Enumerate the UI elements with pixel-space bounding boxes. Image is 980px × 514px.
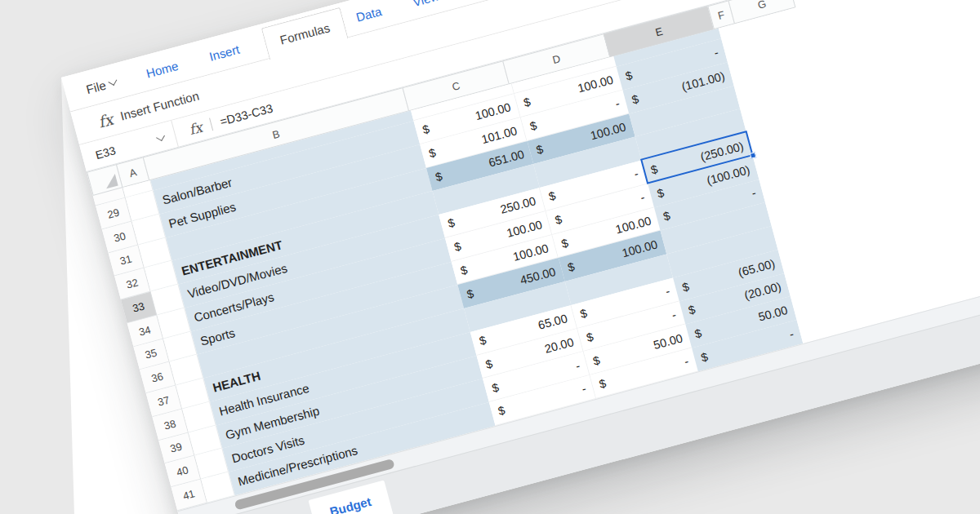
currency-symbol: $ [591,353,601,368]
cell-value: 65.00 [537,312,568,332]
select-all-triangle-icon [103,174,118,188]
cell-value: 100.00 [506,218,544,240]
currency-symbol: $ [598,377,608,392]
cell-value: 450.00 [519,265,557,287]
cell-value: (65.00) [737,257,777,279]
cell-value: 100.00 [511,241,550,264]
chevron-down-icon[interactable] [156,132,165,141]
currency-symbol: $ [421,122,431,137]
spreadsheet-window: File HomeInsertFormulasDataView fx Inser… [61,0,980,514]
hero-image: File HomeInsertFormulasDataView fx Inser… [0,0,980,514]
function-fx-icon: fx [96,109,115,131]
currency-symbol: $ [459,264,469,278]
cell-value: - [713,46,720,60]
cell-value: 100.00 [614,214,653,236]
currency-symbol: $ [497,404,506,419]
cell-value: 100.00 [474,101,512,123]
cell-value: 50.00 [757,304,789,324]
chevron-down-icon [109,77,118,86]
cell-value: - [664,284,671,298]
currency-symbol: $ [656,186,666,201]
cell-value: - [614,97,621,111]
name-box-value: E33 [94,144,117,162]
cell-value: 100.00 [577,73,615,95]
currency-symbol: $ [428,146,438,161]
cell-value: - [751,186,758,200]
currency-symbol: $ [491,380,501,395]
cell-value: (20.00) [743,280,783,302]
currency-symbol: $ [535,143,545,157]
cell-value: - [683,355,690,369]
cell-value: 50.00 [652,331,684,352]
currency-symbol: $ [522,95,532,110]
cell-value: - [639,191,646,205]
currency-symbol: $ [528,119,538,134]
currency-symbol: $ [700,350,710,365]
cell-value: 100.00 [621,237,659,259]
currency-symbol: $ [585,330,595,344]
currency-symbol: $ [662,210,671,224]
cell-value: 100.00 [589,121,627,143]
currency-symbol: $ [466,287,475,302]
file-menu-label: File [85,78,108,96]
currency-symbol: $ [478,334,488,348]
currency-symbol: $ [447,216,457,231]
currency-symbol: $ [681,280,691,295]
cell-value: - [633,167,640,181]
cell-value: 20.00 [543,335,575,356]
sheet-tab-label: Budget [328,494,377,514]
currency-symbol: $ [687,303,697,317]
currency-symbol: $ [547,189,557,204]
cell-value: 101.00 [480,124,519,146]
cell-value: - [670,308,678,321]
cell-value: - [788,327,795,341]
cell-value: - [581,382,588,396]
fx-icon[interactable]: fx [187,118,204,137]
currency-symbol: $ [579,307,589,321]
currency-symbol: $ [567,260,577,275]
cell-value: 250.00 [499,194,537,216]
currency-symbol: $ [452,240,462,255]
currency-symbol: $ [693,326,703,341]
currency-symbol: $ [630,92,640,107]
divider [209,117,213,131]
currency-symbol: $ [624,69,634,83]
currency-symbol: $ [560,236,570,250]
currency-symbol: $ [484,357,494,372]
currency-symbol: $ [554,213,564,228]
currency-symbol: $ [434,170,443,184]
cell-value: 651.00 [488,148,526,170]
cell-value: - [574,359,581,373]
